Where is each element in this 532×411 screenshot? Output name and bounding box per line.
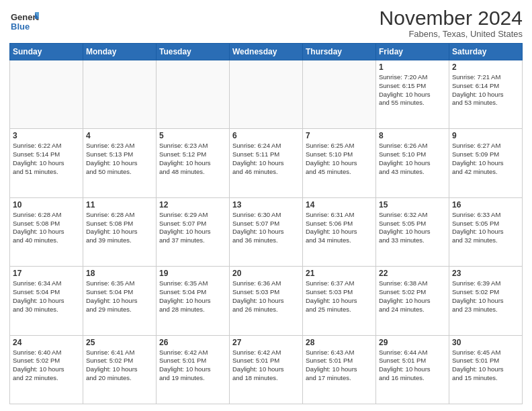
day-number: 12: [159, 200, 226, 210]
day-number: 17: [13, 269, 80, 278]
calendar-cell: 14Sunrise: 6:31 AMSunset: 5:06 PMDayligh…: [303, 197, 376, 266]
calendar-header-row: SundayMondayTuesdayWednesdayThursdayFrid…: [10, 44, 523, 60]
cell-info: Sunrise: 6:41 AMSunset: 5:02 PMDaylight:…: [86, 349, 153, 383]
col-header-wednesday: Wednesday: [230, 44, 303, 60]
calendar-cell: 28Sunrise: 6:43 AMSunset: 5:01 PMDayligh…: [303, 335, 376, 404]
day-number: 2: [452, 62, 519, 72]
cell-info: Sunrise: 6:22 AMSunset: 5:14 PMDaylight:…: [13, 142, 80, 176]
calendar-cell: 5Sunrise: 6:23 AMSunset: 5:12 PMDaylight…: [157, 129, 230, 197]
day-number: 18: [86, 269, 153, 278]
cell-info: Sunrise: 6:29 AMSunset: 5:07 PMDaylight:…: [159, 211, 226, 245]
calendar-body: 1Sunrise: 7:20 AMSunset: 6:15 PMDaylight…: [10, 60, 523, 404]
day-number: 11: [86, 200, 153, 210]
calendar-cell: 7Sunrise: 6:25 AMSunset: 5:10 PMDaylight…: [303, 129, 376, 197]
cell-info: Sunrise: 6:35 AMSunset: 5:04 PMDaylight:…: [159, 279, 226, 314]
calendar-table: SundayMondayTuesdayWednesdayThursdayFrid…: [9, 43, 523, 404]
calendar-cell: 23Sunrise: 6:39 AMSunset: 5:02 PMDayligh…: [449, 267, 523, 335]
cell-info: Sunrise: 6:42 AMSunset: 5:01 PMDaylight:…: [232, 349, 300, 383]
cell-info: Sunrise: 6:44 AMSunset: 5:01 PMDaylight:…: [379, 349, 446, 383]
calendar-cell: 25Sunrise: 6:41 AMSunset: 5:02 PMDayligh…: [83, 335, 157, 404]
calendar-cell: 9Sunrise: 6:27 AMSunset: 5:09 PMDaylight…: [449, 129, 523, 197]
col-header-friday: Friday: [376, 44, 449, 60]
day-number: 16: [452, 200, 519, 210]
header: General Blue November 2024 Fabens, Texas…: [9, 7, 523, 39]
cell-info: Sunrise: 6:31 AMSunset: 5:06 PMDaylight:…: [306, 211, 373, 245]
calendar-cell: 3Sunrise: 6:22 AMSunset: 5:14 PMDaylight…: [10, 129, 83, 197]
day-number: 21: [306, 269, 373, 278]
calendar-cell: [10, 60, 83, 129]
calendar-cell: 24Sunrise: 6:40 AMSunset: 5:02 PMDayligh…: [10, 335, 83, 404]
calendar-cell: [303, 60, 376, 129]
cell-info: Sunrise: 6:40 AMSunset: 5:02 PMDaylight:…: [13, 349, 80, 383]
day-number: 7: [306, 131, 373, 140]
calendar-cell: 10Sunrise: 6:28 AMSunset: 5:08 PMDayligh…: [10, 197, 83, 266]
calendar-cell: 29Sunrise: 6:44 AMSunset: 5:01 PMDayligh…: [376, 335, 449, 404]
day-number: 30: [452, 338, 519, 347]
day-number: 3: [13, 131, 80, 140]
cell-info: Sunrise: 6:26 AMSunset: 5:10 PMDaylight:…: [379, 142, 446, 176]
day-number: 27: [232, 338, 300, 347]
calendar-cell: 12Sunrise: 6:29 AMSunset: 5:07 PMDayligh…: [157, 197, 230, 266]
day-number: 9: [452, 131, 519, 140]
calendar-cell: 8Sunrise: 6:26 AMSunset: 5:10 PMDaylight…: [376, 129, 449, 197]
calendar-cell: 15Sunrise: 6:32 AMSunset: 5:05 PMDayligh…: [376, 197, 449, 266]
day-number: 14: [306, 200, 373, 210]
day-number: 19: [159, 269, 226, 278]
logo-icon: General Blue: [9, 7, 39, 36]
cell-info: Sunrise: 6:28 AMSunset: 5:08 PMDaylight:…: [86, 211, 153, 245]
calendar-cell: 4Sunrise: 6:23 AMSunset: 5:13 PMDaylight…: [83, 129, 157, 197]
day-number: 26: [159, 338, 226, 347]
cell-info: Sunrise: 6:23 AMSunset: 5:12 PMDaylight:…: [159, 142, 226, 176]
calendar-cell: 13Sunrise: 6:30 AMSunset: 5:07 PMDayligh…: [230, 197, 303, 266]
calendar-cell: 21Sunrise: 6:37 AMSunset: 5:03 PMDayligh…: [303, 267, 376, 335]
logo: General Blue: [9, 7, 39, 39]
location: Fabens, Texas, United States: [380, 29, 523, 39]
day-number: 29: [379, 338, 446, 347]
cell-info: Sunrise: 6:24 AMSunset: 5:11 PMDaylight:…: [232, 142, 300, 176]
week-row-1: 3Sunrise: 6:22 AMSunset: 5:14 PMDaylight…: [10, 129, 523, 197]
calendar-cell: 22Sunrise: 6:38 AMSunset: 5:02 PMDayligh…: [376, 267, 449, 335]
day-number: 8: [379, 131, 446, 140]
calendar-cell: 26Sunrise: 6:42 AMSunset: 5:01 PMDayligh…: [157, 335, 230, 404]
calendar-cell: 27Sunrise: 6:42 AMSunset: 5:01 PMDayligh…: [230, 335, 303, 404]
calendar-cell: 16Sunrise: 6:33 AMSunset: 5:05 PMDayligh…: [449, 197, 523, 266]
svg-text:General: General: [11, 12, 39, 22]
cell-info: Sunrise: 6:45 AMSunset: 5:01 PMDaylight:…: [452, 349, 519, 383]
cell-info: Sunrise: 6:43 AMSunset: 5:01 PMDaylight:…: [306, 349, 373, 383]
page: General Blue November 2024 Fabens, Texas…: [0, 0, 532, 411]
calendar-cell: 20Sunrise: 6:36 AMSunset: 5:03 PMDayligh…: [230, 267, 303, 335]
calendar-cell: 17Sunrise: 6:34 AMSunset: 5:04 PMDayligh…: [10, 267, 83, 335]
cell-info: Sunrise: 6:42 AMSunset: 5:01 PMDaylight:…: [159, 349, 226, 383]
calendar-cell: [157, 60, 230, 129]
cell-info: Sunrise: 6:32 AMSunset: 5:05 PMDaylight:…: [379, 211, 446, 245]
col-header-tuesday: Tuesday: [157, 44, 230, 60]
cell-info: Sunrise: 7:21 AMSunset: 6:14 PMDaylight:…: [452, 73, 519, 107]
month-title: November 2024: [380, 7, 523, 29]
calendar-cell: [83, 60, 157, 129]
cell-info: Sunrise: 6:27 AMSunset: 5:09 PMDaylight:…: [452, 142, 519, 176]
cell-info: Sunrise: 6:39 AMSunset: 5:02 PMDaylight:…: [452, 279, 519, 314]
week-row-3: 17Sunrise: 6:34 AMSunset: 5:04 PMDayligh…: [10, 267, 523, 335]
day-number: 22: [379, 269, 446, 278]
calendar-cell: 2Sunrise: 7:21 AMSunset: 6:14 PMDaylight…: [449, 60, 523, 129]
calendar-cell: 1Sunrise: 7:20 AMSunset: 6:15 PMDaylight…: [376, 60, 449, 129]
day-number: 6: [232, 131, 300, 140]
calendar-cell: 19Sunrise: 6:35 AMSunset: 5:04 PMDayligh…: [157, 267, 230, 335]
cell-info: Sunrise: 6:30 AMSunset: 5:07 PMDaylight:…: [232, 211, 300, 245]
cell-info: Sunrise: 6:37 AMSunset: 5:03 PMDaylight:…: [306, 279, 373, 314]
cell-info: Sunrise: 6:38 AMSunset: 5:02 PMDaylight:…: [379, 279, 446, 314]
calendar-cell: 11Sunrise: 6:28 AMSunset: 5:08 PMDayligh…: [83, 197, 157, 266]
week-row-0: 1Sunrise: 7:20 AMSunset: 6:15 PMDaylight…: [10, 60, 523, 129]
cell-info: Sunrise: 6:36 AMSunset: 5:03 PMDaylight:…: [232, 279, 300, 314]
day-number: 5: [159, 131, 226, 140]
day-number: 10: [13, 200, 80, 210]
day-number: 20: [232, 269, 300, 278]
calendar-cell: 30Sunrise: 6:45 AMSunset: 5:01 PMDayligh…: [449, 335, 523, 404]
day-number: 13: [232, 200, 300, 210]
day-number: 25: [86, 338, 153, 347]
svg-text:Blue: Blue: [11, 21, 30, 32]
col-header-thursday: Thursday: [303, 44, 376, 60]
week-row-4: 24Sunrise: 6:40 AMSunset: 5:02 PMDayligh…: [10, 335, 523, 404]
title-block: November 2024 Fabens, Texas, United Stat…: [380, 7, 523, 39]
col-header-saturday: Saturday: [449, 44, 523, 60]
